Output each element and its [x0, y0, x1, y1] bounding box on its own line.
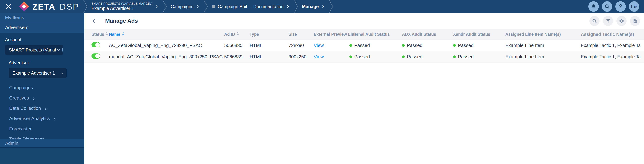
filter-icon — [606, 18, 611, 24]
status-cell-toggle — [92, 53, 109, 60]
adx-audit-status-cell: Passed — [402, 43, 453, 48]
breadcrumb-label: Campaigns — [171, 4, 194, 9]
view-link[interactable]: View — [314, 54, 324, 59]
view-link[interactable]: View — [314, 43, 324, 48]
column-header-status[interactable]: Status — [92, 32, 109, 37]
search-button[interactable] — [602, 1, 612, 12]
avatar: L& — [631, 4, 637, 9]
zeta-diamond-icon — [19, 1, 29, 12]
chevron-down-icon — [56, 48, 61, 52]
preview-link-cell: View — [314, 43, 349, 48]
status-text: Passed — [407, 54, 422, 60]
account-select-value: SMART Projects (Variable M... — [9, 47, 63, 53]
xandr-audit-status-cell: Passed — [453, 43, 505, 48]
advertisers-label: Advertisers — [5, 25, 28, 30]
column-header-label: Internal Audit Status — [349, 32, 390, 37]
status-dot-icon — [453, 55, 456, 58]
sidebar-item-label: Creatives — [9, 95, 29, 101]
ad-type-cell: HTML — [250, 43, 288, 48]
filter-button[interactable] — [603, 16, 613, 26]
notifications-button[interactable] — [588, 1, 599, 12]
status-dot-icon — [402, 44, 405, 47]
column-header-name[interactable]: Name — [109, 32, 224, 37]
status-text: Passed — [354, 43, 370, 48]
column-header-xandr-audit-status: Xandr Audit Status — [453, 32, 505, 37]
toggle-knob — [95, 42, 100, 47]
ad-size-cell: 728x90 — [288, 43, 314, 48]
table-toolbar — [590, 16, 640, 26]
settings-button[interactable] — [616, 16, 626, 26]
sidebar-item-label: Data Collection — [9, 106, 41, 111]
status-dot-icon — [402, 55, 405, 58]
breadcrumb-separator — [329, 0, 333, 13]
sidebar-item-forecaster[interactable]: Forecaster — [0, 124, 84, 134]
chevron-right-icon — [155, 5, 158, 8]
sidebar-item-campaigns[interactable]: Campaigns — [0, 83, 84, 93]
bell-icon — [591, 4, 596, 9]
export-button[interactable] — [630, 16, 640, 26]
sidebar-item-creatives[interactable]: Creatives — [0, 93, 84, 103]
adx-audit-status-cell: Passed — [402, 54, 453, 60]
search-icon — [592, 18, 597, 24]
sort-icon — [237, 32, 239, 37]
breadcrumb-separator — [204, 0, 208, 13]
topbar-actions: ?L& — [588, 1, 639, 12]
column-header-ad-id[interactable]: Ad ID — [224, 32, 250, 37]
breadcrumb-eyebrow: SMART PROJECTS (VARIABLE MARGIN) — [92, 2, 152, 6]
column-header-external-preview-link: External Preview Link — [314, 32, 349, 37]
advertiser-select[interactable]: Example Advertiser 1 — [9, 68, 67, 78]
sidebar-item-label: Advertiser Analytics — [9, 116, 50, 121]
account-label: Account — [5, 37, 84, 42]
breadcrumb-item-campaigns[interactable]: Campaigns — [171, 4, 200, 9]
search-button[interactable] — [590, 16, 600, 26]
ads-table-body: AC_ZetaGlobal_Vaping_Eng_728x90_PSAC5066… — [84, 40, 644, 62]
help-icon: ? — [619, 3, 622, 10]
sidebar-footer-fill — [0, 147, 84, 164]
status-toggle[interactable] — [92, 42, 100, 47]
sidebar-item-advertisers[interactable]: Advertisers — [0, 22, 84, 33]
chevron-down-icon — [60, 71, 64, 75]
toggle-knob — [95, 54, 100, 58]
admin-label: Admin — [5, 140, 18, 146]
chevron-right-icon — [53, 117, 57, 121]
breadcrumb-two-line: SMART PROJECTS (VARIABLE MARGIN)Example … — [92, 2, 152, 11]
ad-id-cell: 5066835 — [224, 43, 250, 48]
back-button[interactable] — [90, 17, 98, 25]
page-header: Manage Ads — [84, 13, 644, 29]
ad-size-cell: 300x250 — [288, 54, 314, 60]
sidebar-item-my-items[interactable]: My Items — [0, 13, 84, 22]
column-header-size: Size — [288, 32, 314, 37]
export-icon — [632, 18, 638, 24]
sort-icon — [106, 32, 108, 37]
column-header-label: Type — [250, 32, 259, 37]
sort-icon — [122, 32, 124, 37]
close-icon[interactable] — [5, 3, 12, 10]
column-header-assigned-line-item-name-s-: Assigned Line Item Name(s) — [505, 32, 581, 37]
line-item-names-cell: Example Line Item — [505, 43, 581, 48]
breadcrumb-label: Manage — [302, 4, 319, 9]
ad-name-cell: manual_AC_ZetaGlobal_Vaping_Eng_300x250_… — [109, 54, 224, 60]
logo-product: DSP — [60, 2, 79, 12]
table-header-row: StatusNameAd IDTypeSizeExternal Preview … — [84, 29, 644, 40]
breadcrumb-item-manage[interactable]: Manage — [302, 4, 325, 9]
sidebar: My Items Advertisers Account SMART Proje… — [0, 13, 84, 164]
sidebar-item-data-collection[interactable]: Data Collection — [0, 103, 84, 113]
breadcrumb-ellipsis: ... — [248, 4, 252, 9]
sidebar-item-admin[interactable]: Admin — [0, 139, 84, 147]
sidebar-item-advertiser-analytics[interactable]: Advertiser Analytics — [0, 113, 84, 124]
sidebar-item-label: Campaigns — [9, 85, 33, 91]
internal-audit-status-cell: Passed — [349, 54, 402, 60]
help-button[interactable]: ? — [615, 1, 626, 12]
tactic-names-cell: Example Tactic 1, Example Tactic 2 — [581, 54, 641, 59]
status-dot-icon — [349, 44, 352, 47]
account-button[interactable]: L& — [629, 1, 639, 12]
breadcrumb-item-example-advertiser-1[interactable]: SMART PROJECTS (VARIABLE MARGIN)Example … — [92, 2, 158, 11]
account-select[interactable]: SMART Projects (Variable M... — [5, 45, 63, 55]
preview-link-cell: View — [314, 54, 349, 60]
column-header-label: Ad ID — [224, 32, 235, 37]
sidebar-item-label: Forecaster — [9, 126, 32, 132]
status-toggle[interactable] — [92, 53, 100, 59]
settings-icon — [619, 18, 624, 24]
breadcrumb-item-campaign-buil[interactable]: Campaign Buil ... Documentation — [212, 4, 290, 9]
zeta-dsp-logo: ZETA DSP — [19, 1, 79, 12]
